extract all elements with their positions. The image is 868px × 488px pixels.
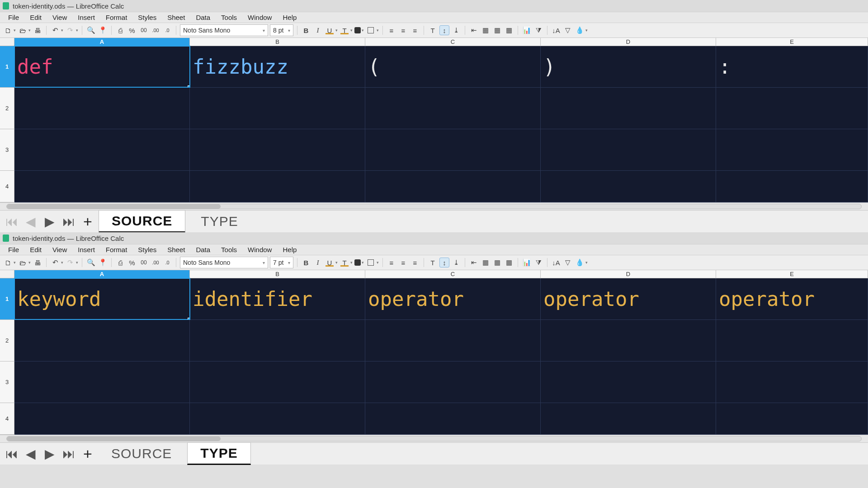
redo-dropdown[interactable]: ▾ bbox=[76, 260, 78, 265]
font-color-dropdown[interactable]: ▾ bbox=[350, 260, 353, 265]
font-size-combo[interactable]: 8 pt ▾ bbox=[270, 24, 293, 36]
split-cells-icon[interactable]: ▦ bbox=[504, 258, 514, 267]
merge-cells-icon[interactable]: ▦ bbox=[481, 258, 491, 267]
underline-dropdown[interactable]: ▾ bbox=[335, 28, 338, 33]
cell-D3[interactable] bbox=[541, 361, 716, 403]
redo-dropdown[interactable]: ▾ bbox=[76, 28, 78, 33]
currency-icon[interactable]: ⎙ bbox=[115, 25, 125, 35]
highlight-dropdown[interactable]: ▾ bbox=[362, 260, 364, 265]
decrease-indent-icon[interactable]: ⇤ bbox=[469, 25, 479, 35]
font-color-icon[interactable]: T bbox=[340, 258, 349, 267]
cell-A4[interactable] bbox=[14, 403, 190, 434]
borders-dropdown[interactable]: ▾ bbox=[377, 260, 379, 265]
menu-data[interactable]: Data bbox=[190, 244, 216, 255]
align-right-icon[interactable]: ≡ bbox=[410, 25, 420, 35]
menu-file[interactable]: File bbox=[3, 12, 24, 23]
menu-file[interactable]: File bbox=[3, 244, 24, 255]
cell-B3[interactable] bbox=[190, 129, 365, 170]
col-header-D[interactable]: D bbox=[541, 38, 716, 46]
horizontal-scrollbar[interactable] bbox=[0, 435, 868, 443]
undo-dropdown[interactable]: ▾ bbox=[61, 260, 63, 265]
borders-icon[interactable] bbox=[366, 25, 376, 35]
tab-first-icon[interactable]: ⏮ bbox=[4, 446, 20, 462]
menu-help[interactable]: Help bbox=[277, 244, 302, 255]
new-icon[interactable]: 🗋 bbox=[3, 258, 13, 267]
find-icon[interactable]: 🔍 bbox=[86, 258, 96, 267]
menu-view[interactable]: View bbox=[47, 244, 72, 255]
col-header-C[interactable]: C bbox=[365, 270, 541, 278]
chart-icon[interactable]: 📊 bbox=[522, 258, 532, 267]
scroll-thumb[interactable] bbox=[7, 204, 221, 209]
cell-A2[interactable] bbox=[14, 88, 190, 129]
cell-A1[interactable]: keyword bbox=[14, 278, 190, 319]
cell-A1[interactable]: def bbox=[14, 46, 190, 87]
conditional-icon[interactable]: ▽ bbox=[563, 25, 573, 35]
cell-C1[interactable]: ( bbox=[365, 46, 541, 87]
cell-E3[interactable] bbox=[716, 129, 868, 170]
borders-icon[interactable] bbox=[366, 258, 376, 267]
print-icon[interactable]: 🖶 bbox=[33, 25, 42, 35]
menu-format[interactable]: Format bbox=[100, 12, 133, 23]
horizontal-scrollbar[interactable] bbox=[0, 202, 868, 211]
row-header-3[interactable]: 3 bbox=[0, 361, 14, 403]
autofilter-icon[interactable]: ⧩ bbox=[533, 258, 543, 267]
cell-C4[interactable] bbox=[365, 403, 541, 434]
highlight-color-icon[interactable] bbox=[354, 27, 361, 33]
col-header-B[interactable]: B bbox=[190, 38, 365, 46]
unmerge-cells-icon[interactable]: ▦ bbox=[492, 258, 502, 267]
cell-E2[interactable] bbox=[716, 88, 868, 129]
tab-next-icon[interactable]: ▶ bbox=[42, 213, 58, 230]
cell-D3[interactable] bbox=[541, 129, 716, 170]
open-icon[interactable]: 🗁 bbox=[18, 25, 28, 35]
menu-styles[interactable]: Styles bbox=[132, 244, 162, 255]
font-name-combo[interactable]: Noto Sans Mono ▾ bbox=[180, 24, 268, 36]
sort-asc-icon[interactable]: ↓A bbox=[551, 258, 561, 267]
cell-D2[interactable] bbox=[541, 88, 716, 129]
cell-B4[interactable] bbox=[190, 171, 365, 202]
split-cells-icon[interactable]: ▦ bbox=[504, 25, 514, 35]
menu-insert[interactable]: Insert bbox=[72, 244, 100, 255]
cell-B4[interactable] bbox=[190, 403, 365, 434]
col-header-E[interactable]: E bbox=[716, 38, 868, 46]
cell-D1[interactable]: ) bbox=[541, 46, 716, 87]
print-icon[interactable]: 🖶 bbox=[33, 258, 42, 267]
menu-sheet[interactable]: Sheet bbox=[162, 244, 190, 255]
select-all-corner[interactable] bbox=[0, 270, 14, 278]
scroll-thumb[interactable] bbox=[7, 436, 221, 441]
cell-A2[interactable] bbox=[14, 320, 190, 361]
scroll-track[interactable] bbox=[6, 204, 862, 209]
cell-C3[interactable] bbox=[365, 361, 541, 403]
cell-D1[interactable]: operator bbox=[541, 278, 716, 319]
select-all-corner[interactable] bbox=[0, 38, 14, 46]
redo-icon[interactable]: ↷ bbox=[65, 25, 75, 35]
borders-dropdown[interactable]: ▾ bbox=[377, 28, 379, 33]
row-header-2[interactable]: 2 bbox=[0, 88, 14, 129]
conditional-icon[interactable]: ▽ bbox=[563, 258, 573, 267]
cell-E1[interactable]: operator bbox=[716, 278, 868, 319]
underline-icon[interactable]: U bbox=[325, 25, 335, 35]
cell-C3[interactable] bbox=[365, 129, 541, 170]
menu-insert[interactable]: Insert bbox=[72, 12, 100, 23]
new-dropdown[interactable]: ▾ bbox=[14, 28, 16, 33]
row-header-1[interactable]: 1 bbox=[0, 278, 14, 320]
row-header-3[interactable]: 3 bbox=[0, 129, 14, 171]
fill-color-icon[interactable]: 💧 bbox=[575, 258, 585, 267]
col-header-D[interactable]: D bbox=[541, 270, 716, 278]
currency-icon[interactable]: ⎙ bbox=[115, 258, 125, 267]
menu-edit[interactable]: Edit bbox=[24, 12, 47, 23]
valign-middle-icon[interactable]: ↕ bbox=[439, 258, 449, 267]
add-decimal-icon[interactable]: .00 bbox=[151, 258, 160, 267]
underline-icon[interactable]: U bbox=[325, 258, 335, 267]
cell-B2[interactable] bbox=[190, 320, 365, 361]
align-left-icon[interactable]: ≡ bbox=[387, 258, 396, 267]
menu-window[interactable]: Window bbox=[242, 12, 277, 23]
undo-icon[interactable]: ↶ bbox=[50, 258, 60, 267]
tab-type[interactable]: TYPE bbox=[188, 211, 250, 232]
col-header-E[interactable]: E bbox=[716, 270, 868, 278]
valign-bottom-icon[interactable]: ⤓ bbox=[451, 25, 461, 35]
fill-dropdown[interactable]: ▾ bbox=[585, 260, 588, 265]
font-color-icon[interactable]: T bbox=[340, 25, 349, 35]
align-center-icon[interactable]: ≡ bbox=[398, 258, 408, 267]
percent-icon[interactable]: % bbox=[127, 258, 137, 267]
menu-format[interactable]: Format bbox=[100, 244, 133, 255]
